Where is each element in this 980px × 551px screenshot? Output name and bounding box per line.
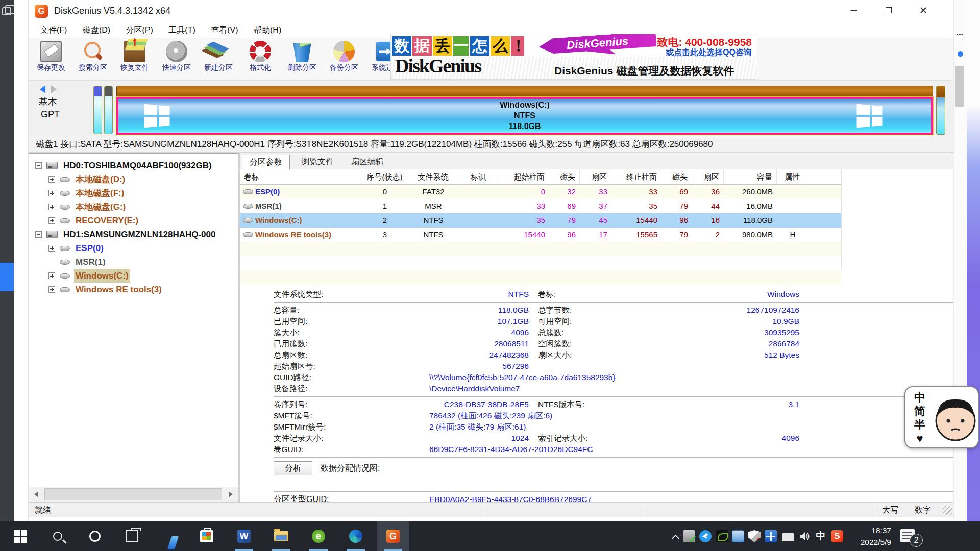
pinned-store[interactable] [190,521,223,551]
task-view-button[interactable] [116,521,149,551]
background-scrollbar[interactable] [955,66,964,107]
tree-item-esp[interactable]: ESP(0) [29,241,238,255]
search-partition-button[interactable]: 搜索分区 [72,40,113,79]
pinned-file-explorer[interactable] [265,521,298,551]
scrollbar-thumb[interactable] [44,488,222,500]
taskbar-diskgenius-active[interactable]: G [377,521,409,551]
expand-icon[interactable] [48,286,55,293]
format-icon [250,41,271,62]
tree-item-hd1[interactable]: HD1:SAMSUNGMZNLN128HAHQ-000 [29,228,238,241]
delete-partition-button[interactable]: 删除分区 [282,40,323,79]
partition-icon [243,232,253,237]
harddisk-icon [46,231,58,238]
maximize-button[interactable] [874,0,903,20]
table-empty-row [240,256,841,270]
tree-item-local-g[interactable]: 本地磁盘(G:) [29,200,238,214]
pinned-360-browser[interactable]: e [302,521,335,551]
printer-tray-icon[interactable] [683,530,695,542]
tree-item-hd0[interactable]: HD0:TOSHIBAMQ04ABF100(932GB) [29,159,238,172]
tab-browse-files[interactable]: 浏览文件 [294,155,341,169]
close-button[interactable] [909,0,938,20]
taskbar-search[interactable] [41,521,74,551]
analyze-button[interactable]: 分析 [274,461,312,475]
banner-qq-link[interactable]: 或点击此处选择QQ咨询 [666,47,752,58]
backup-partition-button[interactable]: 备份分区 [324,40,364,79]
defender-tray-icon[interactable] [748,530,761,542]
menu-tools[interactable]: 工具(T) [162,22,202,38]
close-icon [920,7,927,14]
ime-status-widget[interactable]: 中 简 半 ♥ [904,386,979,448]
tree-item-windows-re[interactable]: Windows RE tools(3) [29,283,238,296]
pinned-edge[interactable] [339,521,372,551]
tab-partition-params[interactable]: 分区参数 [242,155,290,169]
tree-item-recovery-e[interactable]: RECOVERY(E:) [29,214,238,228]
more-options-icon[interactable] [957,36,964,38]
ad-banner[interactable]: 数 据 丢 一 怎 么 ！ DiskGenius 致电: 400-008-995… [390,34,756,80]
menu-disk[interactable]: 磁盘(D) [76,22,117,38]
menu-help[interactable]: 帮助(H) [247,22,288,38]
edge-icon [349,530,362,543]
intel-graphics-tray-icon[interactable] [732,530,744,542]
esp-partition-bar[interactable] [93,86,102,134]
hidden-icons-chevron[interactable] [672,533,679,540]
minimize-button[interactable] [839,0,869,20]
partition-bar-label: Windows(C:) NTFS 118.0GB [118,99,931,132]
nvidia-tray-icon[interactable] [716,530,728,542]
sogou-tray-icon[interactable]: S [831,530,843,542]
expand-icon[interactable] [48,217,55,224]
expand-icon[interactable] [48,245,55,252]
expand-icon[interactable] [48,190,55,196]
partition-icon [243,204,253,209]
tree-item-local-d[interactable]: 本地磁盘(D:) [29,172,238,186]
weiyun-tray-icon[interactable] [699,530,712,542]
pinned-word[interactable]: W [228,521,260,551]
resize-grip[interactable] [943,506,952,515]
tree-horizontal-scrollbar[interactable] [29,487,238,502]
expand-icon[interactable] [48,204,55,210]
expand-icon[interactable] [48,176,55,183]
table-row-esp[interactable]: ESP(0) 0FAT32 03233 336936 260.0MB [240,185,841,199]
prev-disk-icon[interactable] [40,85,45,93]
save-changes-button[interactable]: 保存更改 [31,40,71,79]
recover-files-button[interactable]: 恢复文件 [114,40,155,79]
tree-item-local-f[interactable]: 本地磁盘(F:) [29,186,238,200]
ime-language-indicator[interactable]: 中 [815,530,827,542]
expand-icon[interactable] [48,272,55,279]
menu-file[interactable]: 文件(F) [34,22,74,38]
scroll-left-icon[interactable] [29,487,43,502]
format-button[interactable]: 格式化 [240,40,281,79]
recovery-partition-bar[interactable] [936,86,945,135]
battery-icon[interactable] [781,530,794,542]
pinned-flash[interactable] [153,521,186,551]
360-browser-icon: e [312,530,325,543]
snowflake-tray-icon[interactable] [765,530,777,542]
menu-view[interactable]: 查看(V) [204,22,244,38]
quick-partition-button[interactable]: 快速分区 [156,40,197,79]
tree-item-windows-c[interactable]: Windows(C:) [29,269,238,283]
table-row-windows-c-selected[interactable]: Windows(C:) 2NTFS 357945 154409616 118.0… [240,213,841,228]
delete-partition-icon [291,41,313,62]
windows-c-partition-bar[interactable]: Windows(C:) NTFS 118.0GB [116,97,933,135]
background-accent-block [0,263,14,291]
new-partition-icon [208,41,229,62]
tab-sector-edit[interactable]: 扇区编辑 [344,155,391,169]
taskbar-clock[interactable]: 18:37 2022/5/9 [847,524,891,548]
menu-partition[interactable]: 分区(P) [119,22,160,38]
table-edge [841,169,842,269]
collapse-icon[interactable] [35,231,42,238]
new-partition-button[interactable]: 新建分区 [198,40,239,79]
cortana-button[interactable] [79,521,111,551]
scroll-right-icon[interactable] [224,487,238,502]
tree-item-msr[interactable]: MSR(1) [29,255,238,269]
msr-partition-bar[interactable] [104,86,113,134]
next-disk-icon[interactable] [51,85,57,93]
table-row-windows-re[interactable]: Windows RE tools(3) 3NTFS 154409617 1556… [240,228,841,242]
table-row-msr[interactable]: MSR(1) 1MSR 336937 357944 16.0MB [240,199,841,213]
partition-table-type: 基本 [39,96,57,108]
disk-nav-arrows[interactable] [40,85,62,94]
start-button[interactable] [4,521,37,551]
quick-partition-icon [166,41,187,62]
window-switch-icon[interactable] [2,7,11,15]
volume-icon[interactable] [798,530,811,542]
collapse-icon[interactable] [35,162,42,169]
